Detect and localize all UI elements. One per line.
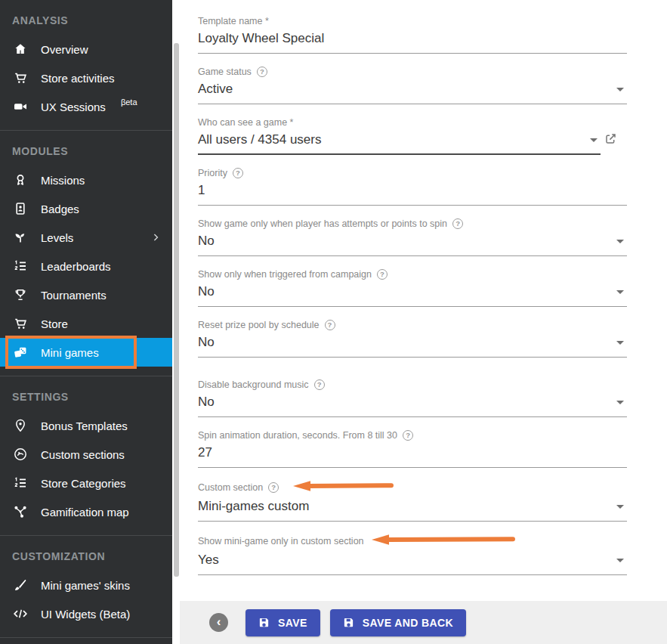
beta-badge: βeta <box>121 98 137 107</box>
sidebar-item-ux-sessions[interactable]: UX Sessions βeta <box>0 92 172 121</box>
sidebar-item-label: Levels <box>41 231 73 244</box>
back-button[interactable]: ‹ <box>209 613 228 632</box>
field-show-in-custom-section: Show mini-game only in custom section Ye… <box>198 534 627 575</box>
help-icon[interactable]: ? <box>377 269 388 280</box>
field-label: Game status <box>198 67 252 77</box>
annotation-arrow-icon <box>372 534 515 549</box>
dropdown-caret-icon <box>616 240 624 243</box>
spin-duration-input[interactable]: 27 <box>198 445 627 468</box>
help-icon[interactable]: ? <box>314 379 325 390</box>
circle-section-icon <box>12 447 29 462</box>
help-icon[interactable]: ? <box>257 67 267 77</box>
dropdown-caret-icon <box>616 401 624 404</box>
help-icon[interactable]: ? <box>452 218 463 229</box>
field-value: 27 <box>198 445 212 460</box>
field-value: Loyalty Wheel Special <box>198 31 324 46</box>
sidebar-item-gamification-map[interactable]: Gamification map <box>0 497 172 526</box>
sidebar-item-store-activities[interactable]: Store activities <box>0 63 172 92</box>
sidebar-item-badges[interactable]: Badges <box>0 194 172 223</box>
sidebar-item-label: Store Categories <box>41 477 126 490</box>
save-button-label: SAVE <box>278 617 307 629</box>
help-icon[interactable]: ? <box>268 482 279 493</box>
section-title-modules: MODULES <box>0 138 172 166</box>
sidebar-item-store-categories[interactable]: Store Categories <box>0 469 172 497</box>
sidebar-item-label: Store <box>41 317 68 330</box>
help-icon[interactable]: ? <box>403 430 413 441</box>
numbered-list-icon <box>12 259 29 274</box>
mini-game-settings-form: Template name * Loyalty Wheel Special Ga… <box>172 0 667 575</box>
sidebar-item-mini-games[interactable]: Mini games <box>0 338 172 367</box>
help-icon[interactable]: ? <box>325 320 335 330</box>
field-label: Show only when triggered from campaign <box>198 269 372 280</box>
field-value: No <box>198 395 215 410</box>
template-name-input[interactable]: Loyalty Wheel Special <box>198 31 627 54</box>
field-value: Active <box>198 82 233 97</box>
sidebar-item-tournaments[interactable]: Tournaments <box>0 280 172 309</box>
dropdown-caret-icon <box>616 88 624 91</box>
field-custom-section: Custom section ? Mini-games custom <box>198 480 627 522</box>
custom-section-select[interactable]: Mini-games custom <box>198 499 627 522</box>
scrollbar-thumb[interactable] <box>174 43 179 577</box>
field-disable-music: Disable background music ? No <box>198 379 627 417</box>
priority-input[interactable]: 1 <box>198 183 627 206</box>
section-title-customization: CUSTOMIZATION <box>0 543 172 571</box>
sidebar-item-label: Store activities <box>41 72 115 85</box>
field-label: Custom section <box>198 482 263 493</box>
dropdown-caret-icon <box>616 341 624 345</box>
paintbrush-icon <box>12 577 29 593</box>
who-can-see-select[interactable]: All users / 4354 users <box>198 132 601 155</box>
sprout-icon <box>12 230 29 245</box>
dropdown-caret-icon <box>590 138 598 142</box>
sidebar-item-label: Tournaments <box>41 289 107 302</box>
save-and-back-button-label: SAVE AND BACK <box>363 617 453 629</box>
sidebar-item-bonus-templates[interactable]: Bonus Templates <box>0 411 172 440</box>
sidebar-section-settings: SETTINGS Bonus Templates Custom sections… <box>0 376 172 536</box>
dropdown-caret-icon <box>616 290 624 294</box>
annotation-arrow-icon <box>293 480 394 495</box>
show-in-custom-section-select[interactable]: Yes <box>198 553 627 575</box>
sidebar: ANALYSIS Overview Store activities UX Se… <box>0 0 172 644</box>
form-panel: Template name * Loyalty Wheel Special Ga… <box>172 0 667 644</box>
field-label: Spin animation duration, seconds. From 8… <box>198 430 397 441</box>
show-when-campaign-select[interactable]: No <box>198 284 627 307</box>
sidebar-item-ui-widgets[interactable]: UI Widgets (Beta) <box>0 599 172 628</box>
sidebar-item-label: Leaderboards <box>41 260 111 273</box>
section-title-analysis: ANALYSIS <box>0 8 172 35</box>
sidebar-item-mini-games-skins[interactable]: Mini games' skins <box>0 571 172 599</box>
show-when-attempts-select[interactable]: No <box>198 234 627 256</box>
field-value: No <box>198 284 215 299</box>
help-icon[interactable]: ? <box>233 168 243 178</box>
cart-icon <box>12 316 29 331</box>
sidebar-item-label: UI Widgets (Beta) <box>41 608 130 621</box>
open-in-new-icon[interactable] <box>604 132 617 148</box>
sidebar-item-leaderboards[interactable]: Leaderboards <box>0 252 172 280</box>
field-template-name: Template name * Loyalty Wheel Special <box>198 15 627 54</box>
sidebar-item-label: Badges <box>41 203 79 215</box>
save-button[interactable]: SAVE <box>245 609 320 636</box>
sidebar-item-missions[interactable]: Missions <box>0 166 172 194</box>
sidebar-item-label: Overview <box>41 43 88 56</box>
sidebar-item-levels[interactable]: Levels <box>0 223 172 252</box>
save-and-back-button[interactable]: SAVE AND BACK <box>330 609 466 636</box>
dropdown-caret-icon <box>616 559 624 562</box>
trophy-icon <box>12 287 29 302</box>
field-reset-prize-pool: Reset prize pool by schedule ? No <box>198 319 627 358</box>
game-status-select[interactable]: Active <box>198 82 627 104</box>
reset-prize-pool-select[interactable]: No <box>198 335 627 358</box>
field-label: Show mini-game only in custom section <box>198 536 364 546</box>
save-floppy-icon <box>343 617 354 628</box>
sidebar-section-analysis: ANALYSIS Overview Store activities UX Se… <box>0 0 172 131</box>
code-icon <box>12 606 29 621</box>
sidebar-item-custom-sections[interactable]: Custom sections <box>0 440 172 469</box>
field-spin-duration: Spin animation duration, seconds. From 8… <box>198 429 627 468</box>
field-priority: Priority ? 1 <box>198 167 627 206</box>
dice-icon <box>12 345 29 360</box>
sidebar-item-store[interactable]: Store <box>0 309 172 338</box>
disable-music-select[interactable]: No <box>198 395 627 417</box>
sidebar-item-overview[interactable]: Overview <box>0 35 172 63</box>
home-icon <box>12 42 29 57</box>
id-badge-icon <box>12 201 29 216</box>
field-value: Mini-games custom <box>198 499 309 514</box>
pin-icon <box>12 418 29 433</box>
field-game-status: Game status ? Active <box>198 66 627 104</box>
